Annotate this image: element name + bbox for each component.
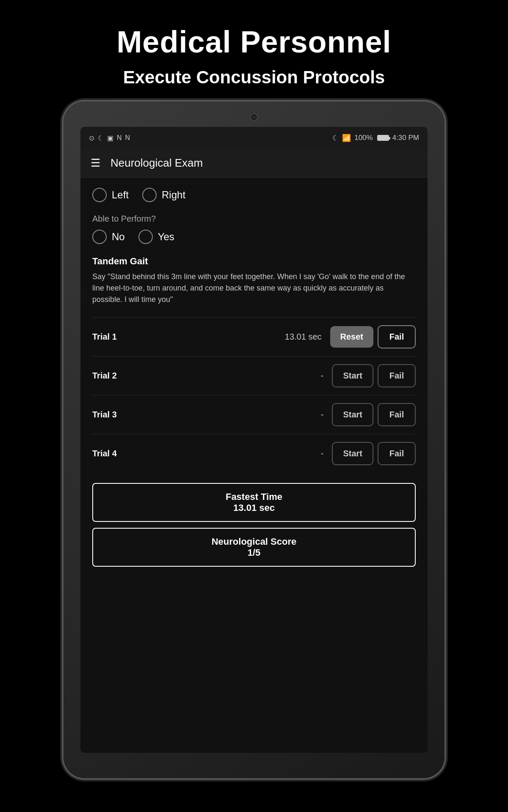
status-left: ⊙ ☾ ▣ N N [89,134,130,142]
page-title: Medical Personnel [0,25,508,59]
trial-2-start-button[interactable]: Start [332,364,373,387]
app-bar-title: Neurological Exam [110,156,203,170]
trial-2-label: Trial 2 [92,371,290,381]
wifi-icon: 📶 [342,134,351,143]
trial-1-label: Trial 1 [92,332,285,342]
radio-circle-yes [138,230,153,244]
status-icon-1: ⊙ [89,134,94,142]
side-radio-group: Left Right [92,188,416,202]
tablet-frame: ⊙ ☾ ▣ N N ☾ 📶 100% 4:30 PM ☰ Neurologica… [64,102,444,778]
status-icon-5: N [125,134,130,142]
radio-circle-no [92,230,107,244]
trial-1-reset-button[interactable]: Reset [330,326,373,348]
clock: 4:30 PM [392,134,419,142]
trial-4-fail-button[interactable]: Fail [378,442,416,465]
trial-row-1: Trial 1 13.01 sec Reset Fail [92,317,416,356]
trial-1-time: 13.01 sec [285,332,322,342]
perform-label: Able to Perform? [92,214,416,224]
hamburger-menu-icon[interactable]: ☰ [91,156,100,170]
trial-row-3: Trial 3 - Start Fail [92,395,416,434]
trial-4-time: - [290,449,323,458]
radio-label-right: Right [162,189,185,201]
trial-2-time: - [290,371,323,381]
trial-row-2: Trial 2 - Start Fail [92,356,416,395]
score-label: Neurological Score [101,536,407,547]
tandem-gait-description: Say "Stand behind this 3m line with your… [92,271,416,305]
radio-yes[interactable]: Yes [138,230,174,244]
radio-label-yes: Yes [158,231,174,243]
tablet-screen: ⊙ ☾ ▣ N N ☾ 📶 100% 4:30 PM ☰ Neurologica… [80,127,428,753]
radio-label-left: Left [112,189,129,201]
status-right: ☾ 📶 100% 4:30 PM [332,134,419,143]
trial-3-label: Trial 3 [92,410,290,420]
fastest-time-value: 13.01 sec [101,502,407,513]
radio-no[interactable]: No [92,230,125,244]
radio-right[interactable]: Right [142,188,185,202]
trial-1-fail-button[interactable]: Fail [378,325,416,348]
trial-2-fail-button[interactable]: Fail [378,364,416,387]
perform-radio-group: No Yes [92,230,416,244]
page-subtitle: Execute Concussion Protocols [0,67,508,88]
trial-3-time: - [290,410,323,420]
content-area: Left Right Able to Perform? No [80,178,428,753]
status-icon-4: N [117,134,122,142]
status-icon-2: ☾ [98,134,104,142]
radio-label-no: No [112,231,125,243]
trial-row-4: Trial 4 - Start Fail [92,434,416,473]
perform-section: Able to Perform? No Yes [92,214,416,244]
trial-4-label: Trial 4 [92,449,290,458]
app-bar: ☰ Neurological Exam [80,149,428,178]
status-icon-3: ▣ [107,134,113,142]
radio-left[interactable]: Left [92,188,129,202]
radio-circle-right [142,188,157,202]
tandem-gait-title: Tandem Gait [92,256,416,267]
camera [250,113,258,121]
fastest-time-label: Fastest Time [101,491,407,502]
moon-icon: ☾ [332,134,339,143]
result-boxes: Fastest Time 13.01 sec Neurological Scor… [92,483,416,567]
neurological-score-box: Neurological Score 1/5 [92,528,416,567]
fastest-time-box: Fastest Time 13.01 sec [92,483,416,522]
status-bar: ⊙ ☾ ▣ N N ☾ 📶 100% 4:30 PM [80,127,428,149]
trial-3-fail-button[interactable]: Fail [378,403,416,426]
radio-circle-left [92,188,107,202]
trial-4-start-button[interactable]: Start [332,442,373,465]
score-value: 1/5 [101,547,407,558]
battery-icon [377,135,389,141]
trial-3-start-button[interactable]: Start [332,403,373,426]
battery-percent: 100% [354,134,373,142]
